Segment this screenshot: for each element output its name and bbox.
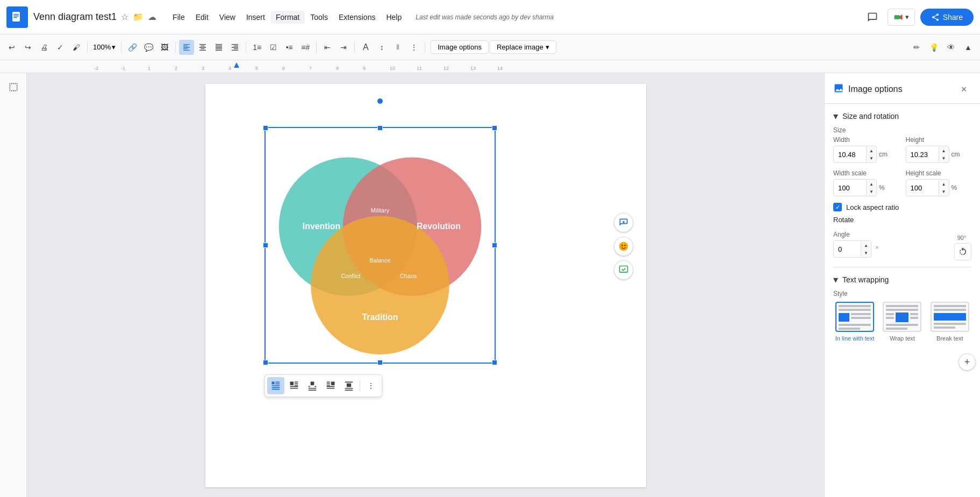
- angle-down-button[interactable]: ▼: [861, 249, 871, 257]
- height-scale-up-button[interactable]: ▲: [939, 180, 949, 188]
- height-scale-down-button[interactable]: ▼: [939, 188, 949, 195]
- selection-handle-tr[interactable]: [492, 125, 497, 131]
- selection-handle-mr[interactable]: [492, 243, 497, 248]
- image-wrap-right-button[interactable]: [322, 377, 339, 394]
- indent-list-button[interactable]: ≡#: [298, 40, 313, 55]
- columns-button[interactable]: ⫴: [390, 40, 405, 55]
- width-input[interactable]: [834, 151, 866, 159]
- width-scale-down-button[interactable]: ▼: [867, 188, 876, 195]
- comment-doc-button[interactable]: 💬: [141, 40, 156, 55]
- align-right-button[interactable]: [227, 40, 242, 55]
- menu-edit[interactable]: Edit: [190, 11, 214, 24]
- selection-handle-bm[interactable]: [377, 360, 383, 365]
- panel-add-button[interactable]: +: [958, 353, 976, 371]
- menu-insert[interactable]: Insert: [241, 11, 270, 24]
- wrapping-styles: In line with text: [833, 302, 971, 342]
- svg-rect-36: [271, 385, 280, 386]
- expand-toolbar-button[interactable]: ▲: [961, 40, 976, 55]
- menu-help[interactable]: Help: [381, 11, 407, 24]
- highlight-button[interactable]: A: [358, 40, 373, 55]
- svg-rect-59: [345, 390, 353, 391]
- page-navigator-button[interactable]: [5, 79, 22, 96]
- cloud-icon[interactable]: ☁: [148, 12, 156, 22]
- image-wrap-inline-button[interactable]: [267, 377, 284, 394]
- menu-tools[interactable]: Tools: [305, 11, 333, 24]
- tb-sep-4: [246, 42, 246, 53]
- width-down-button[interactable]: ▼: [867, 154, 876, 162]
- spellcheck-button[interactable]: ✓: [53, 40, 68, 55]
- rotate-90-button[interactable]: [954, 243, 971, 260]
- selection-handle-tm[interactable]: [377, 125, 383, 131]
- float-emoji-button[interactable]: [614, 237, 633, 256]
- bullet-list-button[interactable]: •≡: [282, 40, 297, 55]
- wrap-inline-option[interactable]: In line with text: [833, 302, 876, 342]
- menu-file[interactable]: File: [167, 11, 190, 24]
- image-wrap-center-button[interactable]: [304, 377, 321, 394]
- align-justify-button[interactable]: [211, 40, 226, 55]
- svg-text:14: 14: [497, 66, 503, 71]
- indent-increase-button[interactable]: ⇥: [336, 40, 351, 55]
- image-button[interactable]: 🖼: [157, 40, 172, 55]
- star-icon[interactable]: ☆: [121, 12, 128, 22]
- line-spacing-button[interactable]: ↕: [374, 40, 389, 55]
- height-scale-input[interactable]: [906, 184, 939, 192]
- align-center-button[interactable]: [195, 40, 210, 55]
- venn-diagram-container[interactable]: Invention Revolution Tradition Military …: [264, 127, 496, 364]
- text-wrapping-section-header[interactable]: ▾ Text wrapping: [825, 267, 980, 290]
- width-up-button[interactable]: ▲: [867, 147, 876, 154]
- view-mode-button[interactable]: 👁: [943, 40, 958, 55]
- comment-button[interactable]: [863, 8, 882, 27]
- menu-extensions[interactable]: Extensions: [333, 11, 381, 24]
- selection-handle-br[interactable]: [492, 360, 497, 365]
- more-options-button[interactable]: ⋮: [406, 40, 421, 55]
- angle-input[interactable]: [834, 245, 861, 253]
- height-down-button[interactable]: ▼: [939, 154, 949, 162]
- ordered-list-button[interactable]: 1≡: [249, 40, 264, 55]
- replace-image-button[interactable]: Replace image ▾: [490, 40, 556, 54]
- svg-text:Revolution: Revolution: [417, 222, 461, 231]
- width-scale-up-button[interactable]: ▲: [867, 180, 876, 188]
- float-image-link-button[interactable]: [614, 260, 633, 280]
- link-button[interactable]: 🔗: [125, 40, 140, 55]
- redo-button[interactable]: ↪: [20, 40, 35, 55]
- tb-sep-5: [316, 42, 317, 53]
- size-rotation-chevron: ▾: [833, 110, 838, 122]
- svg-rect-72: [839, 328, 860, 330]
- checklist-button[interactable]: ☑: [266, 40, 281, 55]
- share-button[interactable]: Share: [920, 9, 974, 26]
- height-up-button[interactable]: ▲: [939, 147, 949, 154]
- selection-handle-ml[interactable]: [263, 243, 268, 248]
- svg-rect-52: [326, 384, 330, 385]
- undo-button[interactable]: ↩: [4, 40, 19, 55]
- print-button[interactable]: 🖨: [37, 40, 52, 55]
- indent-decrease-button[interactable]: ⇤: [320, 40, 335, 55]
- document-area[interactable]: Invention Revolution Tradition Military …: [27, 73, 824, 497]
- menu-format[interactable]: Format: [270, 11, 305, 24]
- image-more-options-button[interactable]: ⋮: [362, 377, 380, 394]
- paint-format-button[interactable]: 🖌: [69, 40, 84, 55]
- selection-handle-bl[interactable]: [263, 360, 268, 365]
- folder-icon[interactable]: 📁: [133, 12, 144, 22]
- width-scale-input[interactable]: [834, 184, 866, 192]
- wrap-text-option[interactable]: Wrap text: [881, 302, 924, 342]
- wrap-break-option[interactable]: Break text: [928, 302, 971, 342]
- zoom-dropdown[interactable]: 100% ▾: [91, 42, 118, 52]
- selection-handle-top-rotate[interactable]: [377, 98, 383, 104]
- angle-up-button[interactable]: ▲: [861, 242, 871, 249]
- menu-view[interactable]: View: [214, 11, 241, 24]
- float-add-comment-button[interactable]: [614, 213, 633, 232]
- selection-handle-tl[interactable]: [263, 125, 268, 131]
- suggest-mode-button[interactable]: 💡: [926, 40, 941, 55]
- svg-rect-33: [271, 382, 274, 385]
- edit-mode-button[interactable]: ✏: [909, 40, 924, 55]
- image-options-toolbar-button[interactable]: Image options: [431, 40, 489, 54]
- size-rotation-section-header[interactable]: ▾ Size and rotation: [825, 104, 980, 126]
- meet-button[interactable]: ▾: [888, 9, 915, 26]
- doc-title[interactable]: Venn diagram test1: [33, 11, 117, 23]
- image-break-text-button[interactable]: [340, 377, 357, 394]
- height-input[interactable]: [906, 151, 939, 159]
- image-wrap-left-button[interactable]: [285, 377, 303, 394]
- panel-close-button[interactable]: ×: [956, 82, 971, 97]
- lock-aspect-checkbox[interactable]: [833, 203, 842, 211]
- align-left-button[interactable]: [179, 40, 194, 55]
